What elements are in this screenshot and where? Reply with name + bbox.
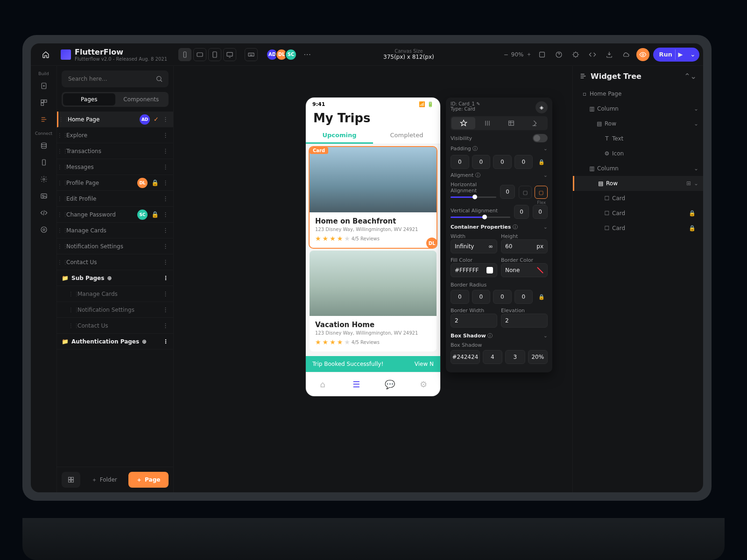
collapse-icon[interactable]: ⌃⌄ bbox=[684, 72, 697, 81]
chevron-down-icon[interactable]: ⌄ bbox=[543, 146, 548, 152]
device-icon[interactable] bbox=[35, 154, 52, 170]
more-icon[interactable]: ⋮ bbox=[162, 243, 169, 250]
cloud-icon[interactable] bbox=[620, 48, 633, 61]
border-color-input[interactable]: None bbox=[501, 263, 548, 277]
preview-button[interactable] bbox=[636, 48, 649, 61]
tab-upcoming[interactable]: Upcoming bbox=[306, 128, 373, 144]
tree-icon[interactable] bbox=[35, 112, 52, 127]
tree-node[interactable]: TText bbox=[573, 131, 703, 146]
home-button[interactable] bbox=[35, 43, 57, 66]
shadow-x[interactable]: 4 bbox=[483, 350, 502, 364]
radius-tl[interactable]: 0 bbox=[451, 290, 469, 304]
database-icon[interactable] bbox=[35, 138, 52, 154]
h-align-slider[interactable] bbox=[451, 196, 496, 198]
media-icon[interactable] bbox=[35, 188, 52, 204]
page-item[interactable]: ⋮⋮Contact Us⋮ bbox=[57, 318, 173, 334]
code-icon[interactable] bbox=[586, 48, 599, 61]
page-item[interactable]: ⋮⋮Messages⋮ bbox=[57, 159, 173, 175]
width-input[interactable]: Infinity∞ bbox=[451, 239, 497, 253]
tree-node[interactable]: ☐Card🔒 bbox=[573, 221, 703, 236]
nav-profile-icon[interactable]: ⚙ bbox=[407, 372, 440, 396]
more-icon[interactable]: ⋮ bbox=[162, 116, 169, 123]
help-icon[interactable] bbox=[552, 48, 565, 61]
tree-node[interactable]: ☐Card🔒 bbox=[573, 206, 703, 221]
shadow-opacity[interactable]: 20% bbox=[528, 350, 548, 364]
tab-components[interactable]: Components bbox=[115, 93, 168, 105]
keyboard-icon[interactable] bbox=[245, 48, 258, 61]
more-icon[interactable]: ⋮ bbox=[162, 163, 169, 170]
chevron-down-icon[interactable]: ⌄ bbox=[694, 165, 698, 172]
page-item[interactable]: ⋮⋮Home PageAD✓⋮ bbox=[57, 112, 173, 127]
download-icon[interactable] bbox=[603, 48, 616, 61]
visibility-toggle[interactable] bbox=[533, 134, 548, 142]
more-icon[interactable]: ⋮ bbox=[162, 179, 169, 186]
device-tablet-portrait[interactable] bbox=[208, 48, 221, 61]
align-box-1[interactable]: ▢ bbox=[519, 186, 532, 199]
padding-bottom[interactable]: 0 bbox=[493, 155, 512, 169]
page-item[interactable]: ⋮⋮Explore⋮ bbox=[57, 127, 173, 143]
page-item[interactable]: ⋮⋮Change PasswordSC🔒⋮ bbox=[57, 207, 173, 223]
padding-top[interactable]: 0 bbox=[451, 155, 469, 169]
nav-trips-icon[interactable]: ☰ bbox=[339, 372, 373, 396]
device-tablet-landscape[interactable] bbox=[193, 48, 206, 61]
edit-icon[interactable]: ✎ bbox=[476, 101, 480, 106]
actions-tab-icon[interactable] bbox=[523, 117, 547, 129]
page-item[interactable]: ⋮⋮Notification Settings⋮ bbox=[57, 302, 173, 318]
chevron-down-icon[interactable]: ⌄ bbox=[694, 120, 698, 127]
page-item[interactable]: ⋮⋮Manage Cards⋮ bbox=[57, 223, 173, 238]
shadow-color[interactable]: #242424 bbox=[451, 350, 480, 364]
v-align-value-2[interactable]: 0 bbox=[533, 205, 548, 219]
style-tab-icon[interactable] bbox=[451, 117, 475, 129]
tree-node[interactable]: ▥Column⌄ bbox=[573, 101, 703, 116]
page-item[interactable]: ⋮⋮Contact Us⋮ bbox=[57, 254, 173, 270]
tree-node[interactable]: ▥Column⌄ bbox=[573, 161, 703, 176]
lock-icon[interactable]: 🔒 bbox=[536, 290, 548, 304]
trip-card[interactable]: Vacation Home 123 Disney Way, Willingmin… bbox=[310, 251, 437, 351]
tree-node[interactable]: ⚙Icon bbox=[573, 146, 703, 161]
settings-icon[interactable] bbox=[35, 171, 52, 187]
layout-tab-icon[interactable] bbox=[475, 117, 499, 129]
nav-chat-icon[interactable]: 💬 bbox=[373, 372, 407, 396]
page-item[interactable]: ⋮⋮Transactions⋮ bbox=[57, 143, 173, 159]
elevation-input[interactable]: 2 bbox=[501, 314, 548, 328]
page-item[interactable]: ⋮⋮Manage Cards⋮ bbox=[57, 286, 173, 302]
tab-pages[interactable]: Pages bbox=[63, 93, 115, 105]
chevron-down-icon[interactable]: ⌄ bbox=[694, 180, 698, 187]
info-icon[interactable]: ⓘ bbox=[472, 146, 478, 152]
more-icon[interactable]: ⋮ bbox=[162, 227, 169, 234]
device-desktop[interactable] bbox=[223, 48, 236, 61]
add-page-icon[interactable] bbox=[35, 78, 52, 94]
add-icon[interactable]: ⊞ bbox=[686, 180, 691, 187]
trip-card[interactable]: Card Home on Beachfront 123 Disney Way, … bbox=[310, 147, 437, 248]
play-icon[interactable]: ▶ bbox=[675, 49, 685, 60]
section-auth-pages[interactable]: 📁Authentication Pages⊕⋮ bbox=[57, 334, 173, 350]
collaborator-avatars[interactable]: ADDLSC bbox=[269, 49, 297, 61]
shadow-y[interactable]: 3 bbox=[505, 350, 525, 364]
padding-right[interactable]: 0 bbox=[472, 155, 491, 169]
nav-home-icon[interactable]: ⌂ bbox=[306, 372, 339, 396]
tree-node[interactable]: ▤Row⌄ bbox=[573, 116, 703, 131]
zoom-out-icon[interactable]: − bbox=[504, 51, 508, 58]
v-align-slider[interactable] bbox=[451, 217, 510, 218]
snackbar-action[interactable]: View N bbox=[415, 361, 434, 367]
lock-icon[interactable]: 🔒 bbox=[536, 155, 548, 169]
search-input[interactable] bbox=[62, 70, 169, 87]
radius-bl[interactable]: 0 bbox=[514, 290, 533, 304]
bug-icon[interactable] bbox=[569, 48, 582, 61]
v-align-value-1[interactable]: 0 bbox=[514, 205, 529, 219]
chevron-down-icon[interactable]: ⌄ bbox=[694, 105, 698, 112]
config-icon[interactable] bbox=[35, 222, 52, 238]
add-page-button[interactable]: ＋Page bbox=[128, 472, 169, 488]
chevron-down-icon[interactable]: ⌄ bbox=[688, 51, 698, 58]
height-input[interactable]: 60px bbox=[501, 239, 548, 253]
page-item[interactable]: ⋮⋮Notification Settings⋮ bbox=[57, 238, 173, 254]
tree-node[interactable]: ☐Card bbox=[573, 191, 703, 206]
more-icon[interactable]: ⋯ bbox=[301, 48, 314, 61]
more-icon[interactable]: ⋮ bbox=[162, 211, 169, 218]
fill-color-input[interactable]: #FFFFFF bbox=[451, 263, 497, 277]
add-folder-button[interactable]: ＋Folder bbox=[84, 472, 125, 488]
search-field[interactable] bbox=[67, 75, 155, 83]
snackbar[interactable]: Trip Booked Successfully! View N bbox=[306, 356, 440, 372]
section-sub-pages[interactable]: 📁Sub Pages⊕⋮ bbox=[57, 270, 173, 286]
layout-grid-button[interactable] bbox=[62, 472, 80, 488]
